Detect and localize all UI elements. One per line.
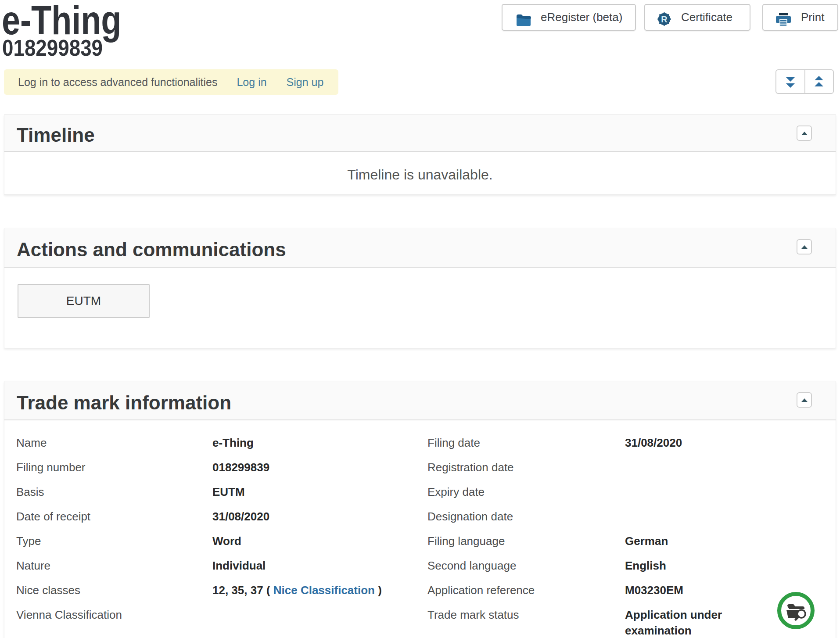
- svg-text:R: R: [661, 14, 668, 24]
